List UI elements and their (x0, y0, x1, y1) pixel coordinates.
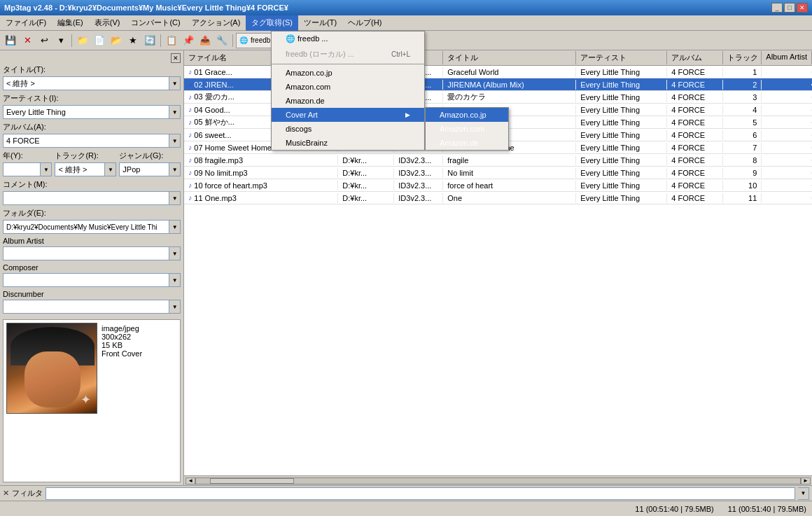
maximize-button[interactable]: □ (784, 3, 795, 13)
cell-album: 4 FORCE (667, 118, 723, 127)
menu-file[interactable]: ファイル(F) (0, 15, 52, 31)
amazon-de-menu-item[interactable]: Amazon.de (272, 94, 424, 108)
cell-albumartist (762, 84, 812, 85)
scroll-track[interactable] (195, 477, 801, 484)
comment-field-group: コメント(M): ▼ (3, 179, 181, 205)
musicbrainz-menu-item[interactable]: MusicBrainz (272, 136, 424, 150)
cell-artist: Every Little Thing (576, 80, 667, 90)
artwork-image[interactable]: ✦ (6, 323, 97, 414)
filter-clear-btn[interactable]: ✕ (3, 489, 9, 498)
add-files-button[interactable]: 📄 (92, 33, 107, 48)
folder-field-group: フォルダ(E): ▼ (3, 208, 181, 234)
cell-path: D:¥kr... (338, 193, 394, 203)
cell-title: Graceful World (443, 67, 576, 77)
separator-1 (71, 34, 72, 47)
composer-field-group: Composer ▼ (3, 263, 181, 287)
folder-input[interactable] (3, 220, 169, 234)
title-input[interactable] (3, 76, 169, 90)
albumartist-dropdown-btn[interactable]: ▼ (169, 246, 181, 260)
col-header-album[interactable]: アルバム (667, 51, 723, 64)
genre-dropdown-btn[interactable]: ▼ (169, 162, 181, 176)
save-button[interactable]: 💾 (3, 33, 18, 48)
year-dropdown-btn[interactable]: ▼ (41, 162, 52, 176)
coverart-menu-item[interactable]: Cover Art ▶ Amazon.co.jp Amazon.com Amaz… (272, 108, 424, 122)
cell-track: 10 (723, 181, 762, 190)
artist-input[interactable] (3, 105, 169, 119)
cell-track: 4 (723, 105, 762, 115)
freedb-local-shortcut: Ctrl+L (391, 50, 410, 58)
copy-tag-button[interactable]: 📋 (164, 33, 179, 48)
col-header-title[interactable]: タイトル (443, 51, 576, 64)
minimize-button[interactable]: _ (771, 3, 783, 13)
freedb-menu-item[interactable]: 🌐 freedb ... (272, 32, 424, 46)
discnumber-dropdown-btn[interactable]: ▼ (169, 300, 181, 314)
year-track-genre-row: 年(Y): ▼ トラック(R): ▼ ジャンル(G): ▼ (3, 151, 181, 179)
folder-dropdown-btn[interactable]: ▼ (169, 220, 181, 234)
open-folder-button[interactable]: 📁 (75, 33, 90, 48)
composer-dropdown-btn[interactable]: ▼ (169, 273, 181, 287)
table-row[interactable]: ♪ 10 force of heart.mp3 D:¥kr... ID3v2.3… (184, 179, 812, 192)
composer-input[interactable] (3, 273, 169, 287)
coverart-amazon-jp-item[interactable]: Amazon.co.jp (426, 108, 508, 122)
tool9[interactable]: 🔧 (214, 33, 230, 48)
close-button[interactable]: ✕ (797, 3, 808, 13)
discnumber-input[interactable] (3, 300, 169, 314)
cell-filename: ♪ 08 fragile.mp3 (184, 155, 338, 165)
amazon-com-label: Amazon.com (286, 83, 330, 91)
coverart-amazon-com-item[interactable]: Amazon.com (426, 122, 508, 136)
status-right: 11 (00:51:40 | 79.5MB) (728, 505, 806, 513)
title-dropdown-btn[interactable]: ▼ (169, 76, 181, 90)
menu-convert[interactable]: コンバート(C) (125, 15, 186, 31)
music-icon: ♪ (188, 144, 192, 151)
menu-edit[interactable]: 編集(E) (52, 15, 89, 31)
cell-tag: ID3v2.3... (394, 168, 443, 178)
track-input[interactable] (55, 162, 105, 176)
menu-view[interactable]: 表示(V) (89, 15, 126, 31)
table-row[interactable]: ♪ 09 No limit.mp3 D:¥kr... ID3v2.3... No… (184, 167, 812, 179)
menu-tools[interactable]: ツール(T) (298, 15, 342, 31)
remove-tag-button[interactable]: ✕ (20, 33, 35, 48)
amazon-com-menu-item[interactable]: Amazon.com (272, 80, 424, 94)
table-row[interactable]: ♪ 08 fragile.mp3 D:¥kr... ID3v2.3... fra… (184, 154, 812, 167)
filter-input[interactable] (46, 487, 795, 500)
scroll-right-btn[interactable]: ► (801, 477, 811, 484)
add-folder-button[interactable]: 📂 (108, 33, 124, 48)
menu-tagtake[interactable]: タグ取得(S) (246, 15, 298, 31)
discnumber-field-group: Discnumber ▼ (3, 290, 181, 314)
year-input[interactable] (3, 162, 41, 176)
album-input[interactable] (3, 134, 169, 148)
cell-track: 7 (723, 143, 762, 153)
left-panel-close[interactable]: ✕ (171, 53, 181, 63)
undo-button[interactable]: ↩ (36, 33, 52, 48)
folder-input-combo: ▼ (3, 220, 181, 234)
menu-help[interactable]: ヘルプ(H) (342, 15, 387, 31)
export-button[interactable]: 📤 (197, 33, 213, 48)
menu-action[interactable]: アクション(A) (186, 15, 246, 31)
scroll-left-btn[interactable]: ◄ (186, 477, 195, 484)
comment-dropdown-btn[interactable]: ▼ (169, 191, 181, 205)
freedb-local-menu-item[interactable]: freedb (ローカル) ... Ctrl+L (272, 46, 424, 62)
genre-input[interactable] (119, 162, 169, 176)
discogs-menu-item[interactable]: discogs (272, 122, 424, 136)
amazon-jp-menu-item[interactable]: Amazon.co.jp (272, 66, 424, 80)
table-row[interactable]: ♪ 11 One.mp3 D:¥kr... ID3v2.3... One Eve… (184, 192, 812, 204)
coverart-amazon-de-item[interactable]: Amazon.de (426, 136, 508, 150)
scroll-thumb[interactable] (210, 478, 294, 484)
album-dropdown-btn[interactable]: ▼ (169, 134, 181, 148)
comment-input[interactable] (3, 191, 169, 205)
add-favorite-button[interactable]: ★ (125, 33, 141, 48)
filter-dropdown-btn[interactable]: ▼ (798, 487, 809, 500)
col-header-artist[interactable]: アーティスト (576, 51, 667, 64)
refresh-button[interactable]: 🔄 (142, 33, 158, 48)
undo-dropdown[interactable]: ▾ (53, 33, 69, 48)
albumartist-input[interactable] (3, 246, 169, 260)
cell-albumartist (762, 172, 812, 174)
track-dropdown-btn[interactable]: ▼ (105, 162, 116, 176)
col-header-albumartist[interactable]: Album Artist (762, 51, 812, 64)
paste-tag-button[interactable]: 📌 (181, 33, 196, 48)
artwork-info: image/jpeg 300x262 15 KB Front Cover (102, 323, 142, 479)
artist-dropdown-btn[interactable]: ▼ (169, 105, 181, 119)
col-header-track[interactable]: トラック (723, 51, 762, 64)
year-input-combo: ▼ (3, 162, 52, 176)
cell-filename: ♪ 10 force of heart.mp3 (184, 181, 338, 190)
